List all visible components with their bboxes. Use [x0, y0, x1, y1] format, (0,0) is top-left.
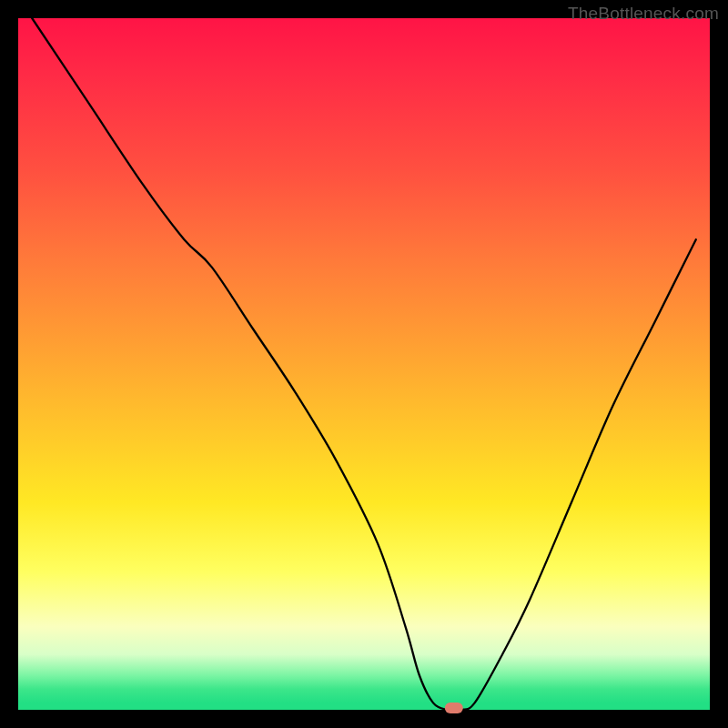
plot-area	[18, 18, 710, 710]
optimal-marker	[445, 703, 463, 713]
chart-stage: TheBottleneck.com	[0, 0, 728, 728]
curve-layer	[18, 18, 710, 710]
bottleneck-curve	[32, 18, 696, 711]
attribution-text: TheBottleneck.com	[568, 4, 719, 24]
